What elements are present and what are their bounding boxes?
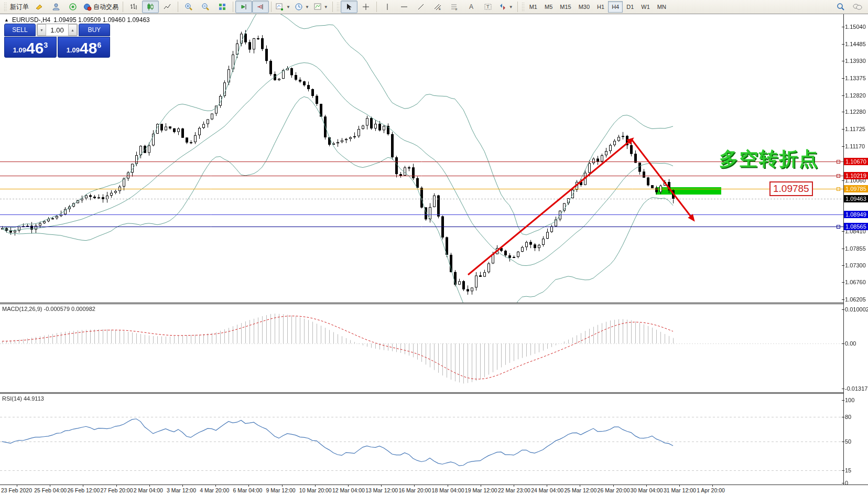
chart-window: ▲ EURUSD-,H4 1.09495 1.09509 1.09460 1.0… [0,14,868,495]
toolbar-separator [517,2,518,12]
price-level-annotation[interactable]: 1.09785 [769,181,813,196]
price-tick-label: -0.013171 [845,385,868,392]
sell-price-point: 3 [44,41,48,49]
volume-value[interactable]: 1.00 [46,24,68,36]
search-icon [837,3,845,11]
tab-timeframe-w1[interactable]: W1 [637,1,654,13]
tab-timeframe-h1[interactable]: H1 [593,1,608,13]
label-button[interactable]: T [480,1,496,13]
svg-text:E: E [439,7,441,10]
time-tick-label: 23 Feb 2020 [1,487,32,493]
time-axis[interactable]: 23 Feb 202025 Feb 04:0026 Feb 12:0027 Fe… [0,485,868,495]
tile-windows-button[interactable] [214,1,231,13]
tab-timeframe-d1[interactable]: D1 [623,1,637,13]
crosshair-button[interactable] [357,1,374,13]
channel-button[interactable]: E [429,1,446,13]
horizontal-line-button[interactable] [396,1,413,13]
vertical-line-button[interactable] [379,1,396,13]
pane-divider[interactable] [0,392,868,394]
tab-timeframe-m15[interactable]: M15 [556,1,574,13]
bar-chart-icon [129,3,138,11]
chat-icon [853,3,862,11]
chevron-down-icon: ▼ [509,5,513,9]
search-button[interactable] [832,1,849,13]
add-indicator-button[interactable]: ▼ [274,1,292,13]
main-chart-canvas[interactable] [0,14,843,303]
buy-price-prefix: 1.09 [67,46,80,54]
zoom-in-button[interactable] [180,1,197,13]
new-order-button[interactable]: 新订单 [8,1,31,13]
toolbar-separator [332,2,333,12]
price-line-badge: 1.08565 [844,223,868,230]
macd-pane-canvas[interactable] [0,304,843,392]
chevron-down-icon: ▼ [286,5,290,9]
price-tick-label: 1.15040 [845,23,866,30]
price-tick-label: 1.14485 [845,40,866,48]
trendline-button[interactable] [413,1,429,13]
price-tick-label: 1.13930 [845,57,866,64]
arrows-button[interactable]: ▼ [496,1,515,13]
rsi-pane-canvas[interactable] [0,394,843,484]
text-button[interactable]: A [463,1,480,13]
profile-icon [52,3,60,11]
price-line-badge: 1.09463 [844,195,868,202]
tab-timeframe-mn[interactable]: MN [654,1,670,13]
chart-title: ▲ EURUSD-,H4 1.09495 1.09509 1.09460 1.0… [4,16,150,24]
bar-chart-button[interactable] [125,1,142,13]
time-tick-label: 24 Mar 04:00 [531,487,563,493]
zoom-out-icon [201,3,210,11]
time-tick-label: 22 Mar 23:00 [498,487,530,493]
price-axis[interactable]: 1.150401.144851.139301.133751.128201.122… [843,14,868,485]
tab-timeframe-m5[interactable]: M5 [541,1,556,13]
periods-button[interactable]: ▼ [292,1,311,13]
candlestick-chart-button[interactable] [142,1,159,13]
market-depth-button[interactable] [31,1,48,13]
chat-button[interactable] [849,1,866,13]
toolbar-grip[interactable] [4,2,6,12]
sell-price-prefix: 1.09 [13,46,26,54]
time-tick-label: 1 Apr 20:00 [697,487,725,493]
buy-button[interactable]: BUY [79,24,110,36]
tab-timeframe-h4[interactable]: H4 [608,1,623,13]
volume-increase-button[interactable]: ▲ [68,24,77,36]
price-line-badge: 1.09785 [844,185,868,192]
trendline-icon [417,3,425,11]
price-tick-label: 15 [845,467,851,474]
profile-button[interactable] [48,1,64,13]
one-click-trading-panel: SELL ▼ 1.00 ▲ BUY 1.09 46 3 1.09 48 6 [4,24,110,58]
signals-button[interactable] [64,1,81,13]
auto-trading-button[interactable]: 自动交易 [81,1,121,13]
time-tick-label: 19 Mar 12:00 [465,487,497,493]
new-order-label: 新订单 [10,3,29,12]
templates-icon [313,3,322,11]
cursor-button[interactable] [341,1,357,13]
sell-price-pips: 46 [26,41,44,56]
toolbar-grip[interactable] [522,2,524,12]
turning-point-annotation[interactable]: 多空转折点 [719,146,819,172]
sell-price-button[interactable]: 1.09 46 3 [4,37,57,58]
main-toolbar: 新订单 自动交易 [0,0,868,14]
time-tick-label: 27 Feb 20:00 [101,487,133,493]
time-tick-label: 12 Mar 04:00 [332,487,365,493]
chart-shift-button[interactable] [252,1,269,13]
sell-button[interactable]: SELL [4,24,36,36]
price-tick-label: 1.06205 [845,296,866,303]
buy-price-button[interactable]: 1.09 48 6 [58,37,110,58]
zoom-out-button[interactable] [197,1,214,13]
macd-indicator-label: MACD(12,26,9) -0.000579 0.000982 [2,306,95,312]
auto-trading-label: 自动交易 [93,3,118,12]
auto-scroll-button[interactable] [235,1,252,13]
collapse-panel-arrow[interactable]: ▲ [4,17,9,23]
toolbar-grip[interactable] [337,2,339,12]
line-chart-button[interactable] [159,1,176,13]
tab-timeframe-m30[interactable]: M30 [575,1,593,13]
tab-timeframe-m1[interactable]: M1 [526,1,541,13]
time-tick-label: 30 Mar 04:00 [631,487,663,493]
volume-decrease-button[interactable]: ▼ [37,24,46,36]
fibonacci-button[interactable]: F [446,1,463,13]
pane-divider[interactable] [0,303,868,304]
templates-button[interactable]: ▼ [311,1,330,13]
price-tick-label: 1.12280 [845,108,866,115]
market-depth-icon [35,3,44,11]
text-icon: A [467,3,475,11]
